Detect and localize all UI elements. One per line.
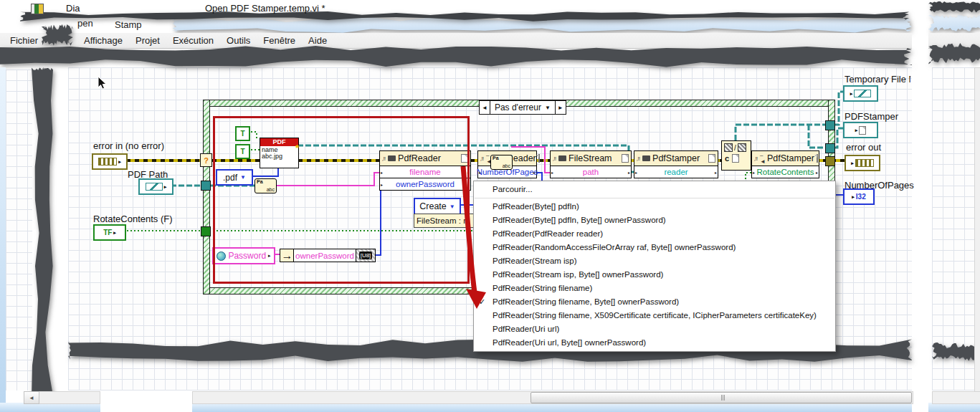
menu-item-ctor-8[interactable]: PdfReader(String filename, X509Certifica… (474, 309, 835, 322)
labview-app-icon (31, 4, 44, 14)
constructor-icon (558, 155, 566, 161)
node-title: PdfStamper (767, 153, 814, 163)
scroll-left-arrow-icon: ◄ (29, 395, 34, 401)
pdfstamper-terminal[interactable] (843, 122, 878, 138)
rotate-contents-label: RotateContents (F) (93, 214, 173, 224)
case-structure-border-left[interactable] (203, 100, 210, 294)
menu-item-ctor-1[interactable]: PdfReader(Byte[] pdfIn, Byte[] ownerPass… (474, 214, 835, 227)
tunnel-path[interactable] (201, 181, 211, 191)
tunnel-stamper-ref[interactable] (825, 143, 835, 153)
pdfstamper-label: PDFStamper (845, 111, 898, 122)
labview-block-diagram-window: Dia Open PDF Stamper.temp.vi * pen Stamp… (0, 0, 980, 412)
property-node-pdfstamper[interactable]: ‚‼–◄ PdfStamper RotateContents (751, 150, 819, 178)
scrollbar-grip (721, 395, 722, 401)
menu-item-ctor-7-checked[interactable]: ✓ PdfReader(String filename, Byte[] owne… (474, 295, 835, 309)
torn-titlebar-band (20, 11, 909, 21)
page-icon (538, 154, 540, 163)
torn-left-band (32, 67, 53, 398)
hscroll-track-right-scrap[interactable] (932, 391, 980, 404)
node-title: PdfStamper (652, 153, 700, 163)
tf-glyph: TF (103, 229, 112, 236)
torn-titlebar-band-right (928, 1, 980, 13)
torn-aero-band-right (928, 14, 980, 32)
title-fragment-left: Dia (66, 3, 80, 14)
menu-item-ctor-2[interactable]: PdfReader(PdfReader reader) (474, 227, 835, 241)
case-prev-arrow-icon[interactable]: ◄ (480, 101, 490, 114)
case-next-arrow-icon[interactable]: ► (556, 101, 566, 114)
menu-item-ctor-0[interactable]: PdfReader(Byte[] pdfIn) (474, 200, 835, 214)
page-icon (708, 154, 715, 163)
case-selector-label: Pas d'erreur (495, 102, 541, 112)
case-selector[interactable]: ◄ Pas d'erreur ▼ ► (479, 100, 566, 115)
error-in-label: error in (no error) (93, 140, 164, 151)
hscroll-track[interactable] (192, 391, 913, 404)
node-row-path[interactable]: path (550, 166, 632, 178)
menu-item-ctor-5[interactable]: PdfReader(Stream isp, Byte[] ownerPasswo… (474, 268, 835, 282)
tunnel-boolean[interactable] (201, 226, 211, 236)
tunnel-error-question[interactable]: ? (200, 153, 212, 167)
node-title: FileStream (569, 153, 612, 163)
error-cluster-icon (855, 159, 874, 167)
pdf-path-terminal[interactable] (138, 178, 173, 195)
menu-item-ctor-6[interactable]: PdfReader(String filename) (474, 282, 835, 295)
tunnel-error-out[interactable] (825, 156, 835, 166)
red-annotation-frame (213, 116, 470, 284)
menu-separator (475, 198, 834, 198)
hscroll-thumb[interactable] (531, 392, 912, 403)
hscroll-track-left-scrap[interactable] (38, 391, 100, 404)
close-reference-vi-icon[interactable]: / c (721, 140, 751, 171)
temp-file-terminal[interactable] (843, 85, 878, 102)
torn-bottom-band-right (932, 342, 980, 361)
error-cluster-icon (98, 158, 117, 166)
case-dropdown-icon[interactable]: ▼ (545, 105, 551, 111)
menu-item-browse[interactable]: Parcourir... (474, 183, 835, 196)
torn-toolbar-band-right (928, 43, 980, 64)
refnum-page-icon (859, 126, 866, 135)
temp-file-label: Temporary File Na (845, 74, 910, 85)
path-glyph-icon (854, 90, 871, 97)
window-frame-left (0, 67, 6, 412)
title-scrap-pen: pen (77, 18, 93, 29)
path-glyph-icon (146, 183, 163, 191)
menu-item-ctor-9[interactable]: PdfReader(Uri url) (474, 322, 835, 336)
menu-item-ctor-10[interactable]: PdfReader(Uri url, Byte[] ownerPassword) (474, 336, 835, 350)
error-out-terminal[interactable] (845, 155, 880, 171)
node-row-rotatecontents[interactable]: RotateContents (751, 166, 819, 178)
menu-item-ctor-3[interactable]: PdfReader(RandomAccessFileOrArray raf, B… (474, 241, 835, 254)
constructor-node-pdfstamper[interactable]: ‚‼ PdfStamper reader (634, 150, 718, 178)
tunnel-temp-path[interactable] (825, 120, 835, 130)
title-scrap-stamp: Stamp (115, 19, 142, 30)
torn-toolbar-band (0, 46, 912, 67)
vscroll-track-scrap[interactable] (974, 67, 980, 392)
property-icon: –◄ (760, 152, 765, 165)
diagram-grid-left-strip (6, 70, 32, 391)
hscroll-left-button[interactable]: ◄ (24, 391, 39, 404)
constructor-icon (642, 155, 650, 161)
i32-glyph: I32 (856, 193, 866, 201)
page-icon (732, 154, 739, 163)
constructor-node-filestream[interactable]: ‚‼ FileStream path (550, 150, 632, 178)
check-icon: ✓ (479, 295, 485, 309)
torn-speck-menubar (42, 24, 73, 46)
page-icon (622, 154, 629, 163)
menu-item-ctor-4[interactable]: PdfReader(Stream isp) (474, 254, 835, 268)
number-of-pages-terminal[interactable]: I32 (843, 188, 875, 205)
page-icon (817, 154, 818, 163)
node-row-reader[interactable]: reader (634, 166, 718, 178)
pdfreader-constructor-context-menu: Parcourir... PdfReader(Byte[] pdfIn) Pdf… (473, 181, 836, 352)
error-out-label: error out (846, 142, 881, 153)
error-in-terminal[interactable] (92, 153, 128, 170)
window-title: Open PDF Stamper.temp.vi * (205, 3, 325, 14)
path-to-string-node-2[interactable]: Pa abc (490, 155, 513, 170)
rotate-contents-terminal[interactable]: TF (93, 224, 126, 241)
